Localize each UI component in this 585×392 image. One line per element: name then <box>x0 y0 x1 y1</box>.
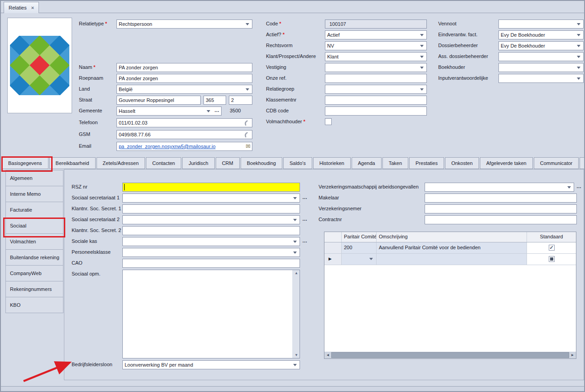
form-field[interactable] <box>425 204 577 213</box>
horizontal-scrollbar[interactable]: ◄ ► <box>324 352 576 358</box>
tab-relaties[interactable]: Relaties × <box>4 2 39 13</box>
form-field[interactable] <box>325 106 427 116</box>
sidebar-item[interactable]: Facturatie <box>5 202 63 218</box>
form-row: Verzekeringsnemer … <box>319 203 584 214</box>
tab[interactable]: Onkosten <box>445 157 479 169</box>
diamond-logo-image <box>10 36 69 95</box>
form-field[interactable] <box>122 194 300 203</box>
form-field[interactable] <box>122 204 300 213</box>
scrollbar-thumb[interactable] <box>331 352 569 358</box>
naam-input[interactable]: PA zonder zorgen <box>116 63 252 72</box>
form-field[interactable] <box>325 118 332 125</box>
form-label: Makelaar <box>319 193 425 200</box>
table-row[interactable]: 200 Aanvullend Paritair Comité voor de b… <box>324 242 576 254</box>
gsm-input[interactable]: 0499/88.77.66 <box>116 130 252 139</box>
ellipsis-button[interactable]: … <box>302 216 307 222</box>
tab[interactable]: Prestaties <box>409 157 444 169</box>
relatietype-dropdown[interactable]: Rechtspersoon <box>116 19 252 29</box>
bus-input[interactable]: 2 <box>229 96 252 105</box>
tab[interactable]: Afgeleverde taken <box>480 157 533 169</box>
roepnaam-label: Roepnaam <box>79 73 116 81</box>
tab[interactable]: Taken <box>382 157 408 169</box>
roepnaam-input[interactable]: PA zonder zorgen <box>116 74 252 83</box>
form-field[interactable]: NV <box>325 41 427 50</box>
tab[interactable]: Juridisch <box>182 157 214 169</box>
close-icon[interactable]: × <box>31 5 34 10</box>
form-field[interactable] <box>425 194 577 203</box>
form-row: Klantnr. Soc. Secret. 1 … <box>64 203 318 214</box>
tab[interactable]: Contacten <box>146 157 181 169</box>
ellipsis-button[interactable]: … <box>214 107 219 113</box>
form-field[interactable] <box>425 183 574 192</box>
form-field[interactable] <box>122 259 300 268</box>
standaard-checkbox[interactable] <box>549 245 555 251</box>
ellipsis-button[interactable]: … <box>302 238 307 243</box>
form-field[interactable] <box>325 63 427 72</box>
land-dropdown[interactable]: België <box>116 85 252 94</box>
tab[interactable]: CRM <box>216 157 240 169</box>
table-row-new[interactable]: ▶ <box>324 254 576 265</box>
scroll-left-icon[interactable]: ◄ <box>324 353 331 357</box>
form-label: Boekhouder <box>438 62 498 70</box>
form-field[interactable] <box>122 248 300 257</box>
tab[interactable]: Historieken <box>313 157 351 169</box>
tab[interactable]: Bereikbaarheid <box>49 157 96 169</box>
email-input[interactable]: pa_zonder_zorgen.nosyxnw5@mailosaur.io ✉ <box>116 142 252 151</box>
grid-col-paritair-comite[interactable]: Paritair Comité <box>342 232 377 242</box>
telefoon-input[interactable]: 011/01.02.03 <box>116 118 252 127</box>
form-field[interactable]: Actief <box>325 30 427 39</box>
gemeente-combo[interactable]: Hasselt … <box>116 106 222 116</box>
sidebar-item[interactable]: KBO <box>5 297 63 313</box>
form-field[interactable] <box>122 183 300 192</box>
form-field[interactable]: 100107 <box>325 19 427 29</box>
form-label: Klantnr. Soc. Secret. 1 <box>64 203 122 211</box>
scroll-right-icon[interactable]: ► <box>569 353 576 357</box>
tab[interactable]: Communicator <box>534 157 579 169</box>
form-field[interactable]: Klant <box>325 52 427 61</box>
ellipsis-button[interactable]: … <box>302 194 307 200</box>
form-field[interactable] <box>325 96 427 105</box>
sidebar-item[interactable]: Volmachten <box>5 233 63 250</box>
form-label: Eindverantw. fact. <box>438 29 498 37</box>
naam-label: Naam* <box>79 62 116 70</box>
tab[interactable]: Basisgegevens <box>2 157 48 169</box>
tab[interactable]: Zetels/Adressen <box>97 157 145 169</box>
form-field[interactable] <box>122 270 300 358</box>
form-field[interactable] <box>122 215 300 224</box>
standaard-checkbox[interactable] <box>549 256 555 262</box>
sidebar-item[interactable]: Sociaal <box>5 218 63 234</box>
tab[interactable]: Boekhouding <box>241 157 282 169</box>
tab-relaties-label: Relaties <box>9 5 27 10</box>
form-field[interactable]: Loonverwerking BV per maand <box>122 360 300 369</box>
grid-col-omschrijving[interactable]: Omschrijving <box>377 232 527 242</box>
form-field[interactable] <box>325 85 427 94</box>
tab[interactable]: Arc <box>580 157 584 169</box>
straat-input[interactable]: Gouverneur Roppesingel <box>116 96 201 105</box>
sidebar-item[interactable]: Rekeningnummers <box>5 281 63 297</box>
sidebar-item[interactable]: Buitenlandse rekening <box>5 249 63 266</box>
form-field[interactable] <box>425 215 577 224</box>
section-tabstrip: BasisgegevensBereikbaarheidZetels/Adress… <box>2 157 584 169</box>
email-send-icon[interactable]: ✉ <box>246 143 251 150</box>
sidebar-item[interactable]: Interne Memo <box>5 186 63 202</box>
form-field[interactable]: Evy De Boekhouder <box>498 41 584 50</box>
form-field[interactable] <box>498 19 584 29</box>
form-field[interactable] <box>498 74 584 83</box>
email-link[interactable]: pa_zonder_zorgen.nosyxnw5@mailosaur.io <box>117 142 252 150</box>
form-field[interactable] <box>122 226 300 235</box>
form-field[interactable] <box>325 74 427 83</box>
form-field[interactable] <box>498 63 584 72</box>
form-row: Rechtsvorm NV <box>266 40 431 51</box>
form-field[interactable] <box>498 52 584 61</box>
chevron-down-icon[interactable] <box>344 254 374 265</box>
tab[interactable]: Saldo's <box>283 157 312 169</box>
form-field[interactable]: Evy De Boekhouder <box>498 30 584 39</box>
grid-col-standaard[interactable]: Standaard <box>527 232 576 242</box>
ellipsis-button[interactable]: … <box>576 184 581 189</box>
form-label: Bedrijfsleidersloon <box>64 359 122 367</box>
sidebar-item[interactable]: Algemeen <box>5 170 63 186</box>
huisnummer-input[interactable]: 365 <box>203 96 226 105</box>
form-field[interactable] <box>122 237 300 246</box>
tab[interactable]: Agenda <box>352 157 382 169</box>
sidebar-item[interactable]: CompanyWeb <box>5 265 63 281</box>
